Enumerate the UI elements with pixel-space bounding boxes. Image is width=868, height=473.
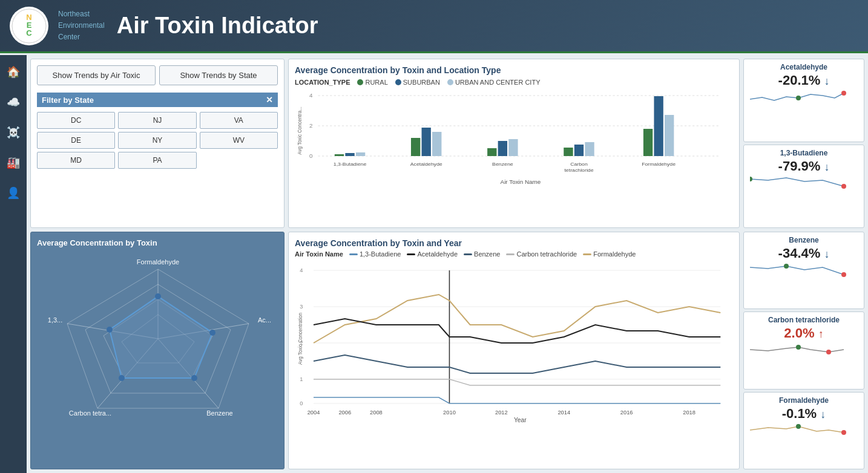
svg-text:2008: 2008: [370, 409, 383, 416]
svg-text:Air Toxin Name: Air Toxin Name: [501, 178, 541, 184]
show-trends-air-toxic-button[interactable]: Show Trends by Air Toxic: [37, 65, 156, 85]
svg-point-79: [841, 272, 846, 277]
svg-rect-20: [498, 141, 507, 156]
svg-point-35: [750, 177, 752, 181]
svg-text:Carbon: Carbon: [570, 161, 588, 167]
svg-point-50: [119, 375, 125, 381]
svg-rect-13: [356, 152, 365, 156]
svg-text:Formaldehyde: Formaldehyde: [137, 258, 179, 266]
row1: Show Trends by Air Toxic Show Trends by …: [30, 59, 864, 228]
svg-point-34: [841, 91, 846, 96]
sidebar-user-icon[interactable]: 👤: [4, 183, 23, 203]
kpi-formaldehyde-title: Formaldehyde: [750, 396, 858, 405]
filter-state-label: Filter by State: [42, 96, 94, 105]
legend-benzene-line: Benzene: [464, 250, 500, 258]
svg-point-36: [841, 184, 846, 189]
sidebar-home-icon[interactable]: 🏠: [4, 62, 23, 82]
state-btn-nj[interactable]: NJ: [118, 112, 196, 129]
kpi-carbon-tetrachloride: Carbon tetrachloride 2.0% ↑: [743, 312, 864, 389]
svg-point-47: [155, 293, 161, 299]
radar-chart-panel: Average Concentration by Toxin: [30, 232, 284, 469]
row2: Average Concentration by Toxin: [30, 232, 864, 469]
svg-text:Acetaldehyde: Acetaldehyde: [410, 161, 442, 167]
kpi-bottom-column: Benzene -34.4% ↓ Carbon tetrachloride 2.…: [743, 232, 864, 469]
svg-rect-24: [574, 145, 584, 156]
kpi-carbon-spark: [750, 341, 859, 358]
state-btn-md[interactable]: MD: [37, 152, 115, 169]
sidebar-building-icon[interactable]: 🏭: [4, 153, 23, 172]
bar-chart-title: Average Concentration by Toxin and Locat…: [295, 65, 733, 75]
svg-text:0: 0: [300, 400, 303, 406]
kpi-column: Acetaldehyde -20.1% ↓ 1,3-Butadiene -79.…: [743, 59, 864, 228]
page-title: Air Toxin Indicator: [117, 13, 318, 39]
state-btn-de[interactable]: DE: [37, 132, 115, 149]
svg-rect-11: [335, 154, 344, 156]
svg-text:4: 4: [300, 267, 303, 273]
show-trends-state-button[interactable]: Show Trends by State: [159, 65, 278, 85]
sidebar-toxin-icon[interactable]: ☠️: [4, 123, 23, 142]
line-chart-title: Average Concentration by Toxin and Year: [295, 238, 733, 248]
kpi-acetaldehyde: Acetaldehyde -20.1% ↓: [743, 59, 864, 142]
svg-point-83: [841, 430, 846, 435]
svg-text:1,3-Butadiene: 1,3-Butadiene: [334, 161, 367, 167]
legend-butadiene: 1,3-Butadiene: [349, 250, 401, 258]
svg-point-80: [796, 345, 801, 350]
svg-point-49: [191, 375, 197, 381]
logo: N E C: [10, 7, 48, 45]
svg-text:Avg Toxic Concentration: Avg Toxic Concentration: [298, 313, 303, 365]
svg-rect-29: [654, 96, 663, 156]
state-btn-wv[interactable]: WV: [200, 132, 278, 149]
svg-text:Benzene: Benzene: [492, 161, 513, 167]
kpi-butadiene-spark: [750, 174, 859, 191]
kpi-formaldehyde-value: -0.1% ↓: [750, 406, 858, 422]
svg-text:1,3...: 1,3...: [48, 316, 62, 324]
filter-panel: Show Trends by Air Toxic Show Trends by …: [30, 59, 284, 228]
kpi-acetaldehyde-title: Acetaldehyde: [750, 63, 858, 71]
kpi-butadiene-value: -79.9% ↓: [750, 158, 858, 174]
bar-chart-panel: Average Concentration by Toxin and Locat…: [288, 59, 740, 228]
svg-text:4: 4: [309, 92, 312, 98]
svg-text:tetrachloride: tetrachloride: [564, 167, 594, 173]
filter-clear-icon[interactable]: ✕: [266, 95, 273, 105]
svg-text:Ac...: Ac...: [258, 316, 271, 324]
legend-urban: URBAN AND CENTER CITY: [447, 79, 541, 86]
svg-text:2004: 2004: [307, 409, 320, 416]
state-btn-ny[interactable]: NY: [118, 132, 196, 149]
svg-rect-28: [643, 129, 653, 156]
kpi-acetaldehyde-value: -20.1% ↓: [750, 73, 858, 88]
svg-rect-23: [564, 148, 573, 156]
kpi-benzene-spark: [750, 261, 859, 278]
svg-rect-12: [345, 153, 354, 156]
svg-rect-30: [665, 115, 674, 156]
kpi-benzene: Benzene -34.4% ↓: [743, 232, 864, 309]
svg-point-33: [796, 96, 801, 100]
svg-text:Avg Toxic Concentra...: Avg Toxic Concentra...: [297, 106, 303, 155]
svg-rect-16: [422, 128, 431, 156]
legend-acetaldehyde-line: Acetaldehyde: [407, 250, 458, 258]
bar-chart-svg: 4 2 0 Avg Toxic Concentra... 1,3-Butadie…: [295, 88, 733, 209]
state-btn-pa[interactable]: PA: [118, 152, 196, 169]
filter-state-header: Filter by State ✕: [37, 93, 278, 107]
svg-text:2012: 2012: [495, 409, 508, 416]
svg-point-78: [784, 264, 789, 269]
svg-text:Year: Year: [514, 417, 527, 423]
bar-chart-legend: LOCATION_TYPE RURAL SUBURBAN URBAN AND C…: [295, 79, 733, 86]
line-chart-panel: Average Concentration by Toxin and Year …: [288, 232, 740, 469]
state-btn-dc[interactable]: DC: [37, 112, 115, 129]
svg-text:2014: 2014: [557, 409, 570, 416]
svg-point-51: [107, 327, 113, 333]
svg-text:Benzene: Benzene: [206, 409, 232, 417]
svg-point-82: [796, 424, 801, 429]
kpi-benzene-title: Benzene: [750, 236, 858, 244]
kpi-formaldehyde: Formaldehyde -0.1% ↓: [743, 392, 864, 469]
svg-rect-25: [585, 142, 594, 156]
radar-chart-title: Average Concentration by Toxin: [37, 238, 278, 247]
svg-text:C: C: [26, 28, 32, 38]
line-chart-legend: Air Toxin Name 1,3-Butadiene Acetaldehyd…: [295, 250, 733, 258]
svg-rect-17: [432, 132, 441, 156]
svg-text:Formaldehyde: Formaldehyde: [642, 161, 676, 167]
radar-chart-svg: Formaldehyde Ac... Benzene Carbon tetra.…: [37, 251, 279, 426]
sidebar-cloud-icon[interactable]: ☁️: [4, 93, 23, 112]
kpi-carbon-value: 2.0% ↑: [750, 325, 858, 341]
state-btn-va[interactable]: VA: [200, 112, 278, 129]
